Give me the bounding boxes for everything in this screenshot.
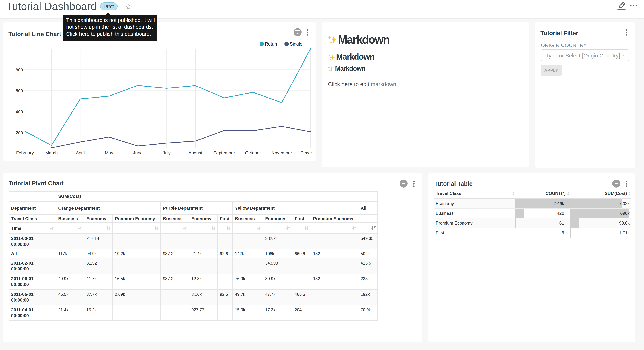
svg-text:400: 400 bbox=[16, 109, 23, 114]
svg-text:June: June bbox=[133, 150, 142, 155]
svg-text:200: 200 bbox=[16, 130, 23, 135]
svg-text:November: November bbox=[272, 150, 292, 155]
svg-text:May: May bbox=[105, 150, 114, 155]
svg-text:September: September bbox=[213, 150, 235, 155]
svg-text:800: 800 bbox=[16, 68, 23, 72]
svg-text:October: October bbox=[245, 150, 261, 155]
svg-text:February: February bbox=[16, 150, 34, 155]
svg-text:Single: Single bbox=[290, 41, 302, 46]
svg-text:August: August bbox=[188, 150, 202, 155]
svg-text:March: March bbox=[45, 150, 58, 155]
svg-text:600: 600 bbox=[16, 88, 23, 93]
svg-text:Return: Return bbox=[265, 41, 278, 46]
svg-text:April: April bbox=[76, 150, 85, 155]
svg-text:July: July bbox=[163, 150, 171, 155]
svg-text:December: December bbox=[300, 150, 312, 155]
